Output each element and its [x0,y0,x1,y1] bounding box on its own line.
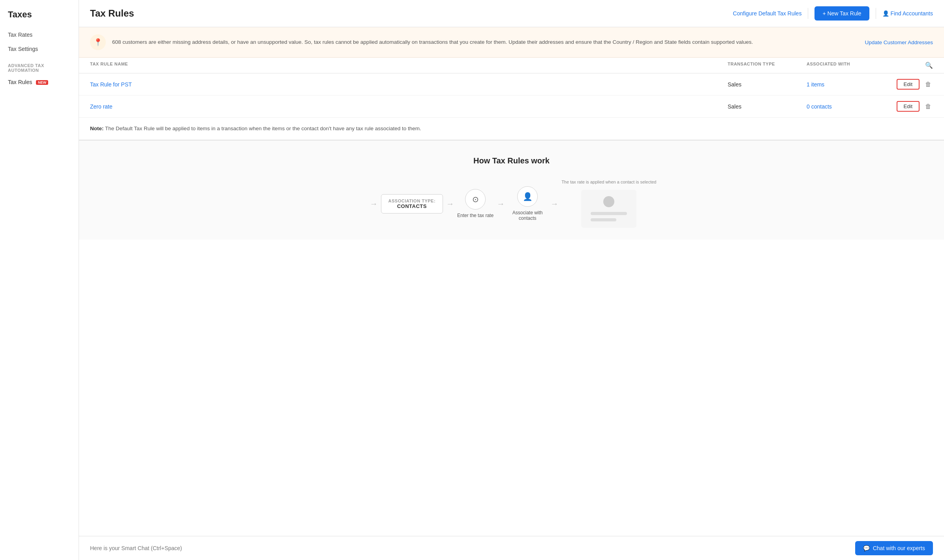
delete-button-zero[interactable]: 🗑 [923,102,933,111]
sidebar-item-tax-rules[interactable]: Tax Rules NEW [0,75,79,89]
page-header: Tax Rules Configure Default Tax Rules + … [79,0,944,27]
sidebar-item-tax-settings[interactable]: Tax Settings [0,42,79,56]
header-actions: Configure Default Tax Rules + New Tax Ru… [733,6,933,21]
sidebar-nav: Tax Rates Tax Settings [0,28,79,56]
new-badge: NEW [36,80,48,85]
result-label: The tax rate is applied when a contact i… [561,180,656,184]
chat-with-experts-button[interactable]: 💬 Chat with our experts [855,541,933,555]
col-header-search: 🔍 [886,62,933,69]
note-text: The Default Tax Rule will be applied to … [105,125,421,131]
edit-button-pst[interactable]: Edit [897,79,920,90]
row-actions-pst: Edit 🗑 [886,79,933,90]
edit-button-zero[interactable]: Edit [897,101,920,112]
sidebar-section-label: ADVANCED TAX AUTOMATION [0,56,79,75]
new-tax-rule-button[interactable]: + New Tax Rule [815,6,869,21]
result-visual [581,190,636,228]
table-row: Tax Rule for PST Sales 1 items Edit 🗑 [79,73,944,96]
delete-button-pst[interactable]: 🗑 [923,80,933,89]
content-area: 📍 608 customers are either missing addre… [79,27,944,560]
header-divider-2 [876,8,876,19]
chat-experts-label: Chat with our experts [873,545,925,551]
assoc-type-box: ASSOCIATION TYPE: CONTACTS [381,194,443,214]
tax-rule-name-link-zero[interactable]: Zero rate [90,103,728,110]
chat-icon: 💬 [863,545,870,551]
sidebar-item-tax-rates[interactable]: Tax Rates [0,28,79,42]
sidebar: Taxes Tax Rates Tax Settings ADVANCED TA… [0,0,79,560]
table-header-row: TAX RULE NAME TRANSACTION TYPE ASSOCIATE… [79,58,944,73]
assoc-type-label: ASSOCIATION TYPE: [388,199,436,203]
col-header-assoc: ASSOCIATED WITH [807,62,886,69]
person-icon: 👤 [882,10,889,17]
arrow-icon-4: → [550,199,558,208]
arrow-icon-1: → [370,199,378,208]
assoc-link-zero[interactable]: 0 contacts [807,103,886,110]
result-line-2 [591,218,616,221]
table-row: Zero rate Sales 0 contacts Edit 🗑 [79,96,944,118]
update-customer-addresses-link[interactable]: Update Customer Addresses [865,39,933,45]
diagram-step-1: ⊙ Enter the tax rate [457,189,494,218]
warning-text: 608 customers are either missing address… [112,38,858,47]
main-content: Tax Rules Configure Default Tax Rules + … [79,0,944,560]
assoc-link-pst[interactable]: 1 items [807,81,886,88]
contacts-icon: 👤 [517,186,538,207]
tax-rate-icon: ⊙ [465,189,486,210]
bottom-spacer [79,240,944,262]
result-circle [603,196,614,207]
col-header-name: TAX RULE NAME [90,62,728,69]
configure-default-tax-rules-button[interactable]: Configure Default Tax Rules [733,7,801,20]
smart-chat-bar: 💬 Chat with our experts [79,536,944,560]
tax-rules-diagram: → ASSOCIATION TYPE: CONTACTS → ⊙ Enter t… [90,180,933,228]
smart-chat-input[interactable] [90,545,855,551]
tax-rules-table: TAX RULE NAME TRANSACTION TYPE ASSOCIATE… [79,58,944,118]
how-it-works-title: How Tax Rules work [90,156,933,165]
note-bold: Note: [90,125,104,131]
note-section: Note: The Default Tax Rule will be appli… [79,118,944,140]
arrow-icon-3: → [497,199,505,208]
warning-icon: 📍 [90,34,106,50]
header-divider [808,8,808,19]
diagram-step-2: 👤 Associate with contacts [508,186,547,221]
find-accountants-button[interactable]: 👤 Find Accountants [882,10,933,17]
step1-label: Enter the tax rate [457,213,494,218]
transaction-type-zero: Sales [728,103,807,110]
page-title: Tax Rules [90,8,134,19]
find-accountants-label: Find Accountants [891,10,933,17]
assoc-type-value: CONTACTS [388,203,436,209]
warning-banner: 📍 608 customers are either missing addre… [79,27,944,58]
row-actions-zero: Edit 🗑 [886,101,933,112]
search-icon-button[interactable]: 🔍 [925,62,933,69]
how-it-works-section: How Tax Rules work → ASSOCIATION TYPE: C… [79,140,944,240]
tax-rule-name-link-pst[interactable]: Tax Rule for PST [90,81,728,88]
step2-label: Associate with contacts [508,210,547,221]
transaction-type-pst: Sales [728,81,807,88]
sidebar-item-tax-rules-label: Tax Rules [8,79,32,85]
arrow-icon-2: → [446,199,454,208]
sidebar-title: Taxes [0,9,79,28]
diagram-result-step: The tax rate is applied when a contact i… [561,180,656,228]
result-line-1 [591,212,627,215]
col-header-type: TRANSACTION TYPE [728,62,807,69]
